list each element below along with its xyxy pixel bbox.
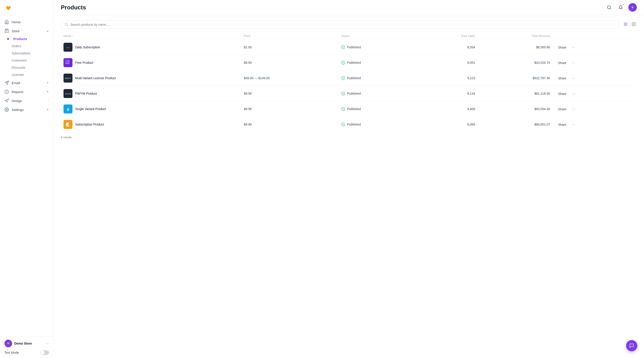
sidebar-item-orders[interactable]: Orders [12,43,54,50]
status-text-1: Published [347,46,361,49]
svg-point-8 [65,23,68,26]
list-view-button[interactable] [622,21,629,29]
cell-sales-1: 8,554 [416,40,478,55]
svg-text:PWYW: PWYW [65,93,71,95]
sidebar-item-subscriptions[interactable]: Subscriptions [12,50,54,57]
sidebar-item-store[interactable]: Store ▲ [0,27,54,35]
table-row: 📝 Subscription Product $9.99 Published 6… [61,117,637,132]
share-button-6[interactable]: Share [556,122,569,128]
more-button-5[interactable]: ··· [570,106,577,112]
product-thumb-3: MULTI [64,74,72,83]
cell-status-1: Published [338,40,416,55]
svg-text:📝: 📝 [66,122,70,127]
page-title: Products [61,4,86,11]
store-icon [4,29,9,33]
col-actions [553,33,637,40]
cell-sales-4: 6,134 [416,86,478,101]
search-icon [607,5,611,10]
svg-line-9 [67,25,68,26]
svg-rect-16 [634,24,636,26]
add-button[interactable]: + [628,3,637,12]
cell-status-2: Published [338,55,416,71]
search-button[interactable] [605,3,613,12]
cell-price-4: $9.99 [241,86,338,101]
demo-store-more-icon[interactable]: ··· [46,341,49,346]
cell-revenue-4: $61,118.05 [478,86,553,101]
more-button-3[interactable]: ··· [570,75,577,82]
share-button-5[interactable]: Share [556,106,569,112]
cell-actions-2: Share ··· [553,55,637,71]
sidebar-item-licenses[interactable]: Licenses [12,71,54,78]
sidebar-item-products[interactable]: Products [12,35,54,43]
published-icon [341,61,345,65]
share-button-1[interactable]: Share [556,44,569,51]
test-mode-row: Test Mode [4,350,49,355]
sidebar-item-discounts[interactable]: Discounts [12,64,54,71]
sidebar-item-design[interactable]: Design › [0,96,54,105]
table-row: MULTI Multi-Variant License Product $49.… [61,71,637,86]
cell-sales-5: 9,406 [416,101,478,117]
reports-chevron-icon: ▼ [46,90,49,93]
list-view-icon [624,22,628,27]
cell-price-3: $49.00 — $149.00 [241,71,338,86]
cell-actions-4: Share ··· [553,86,637,101]
status-text-6: Published [347,123,361,126]
grid-view-button[interactable] [630,21,637,29]
topbar: Products + [54,0,644,15]
svg-rect-14 [634,22,636,24]
svg-point-5 [6,109,8,110]
cell-price-5: $9.99 [241,101,338,117]
active-dot [7,38,9,40]
toggle-knob [41,351,44,354]
col-name: Name ↑ [61,33,241,40]
more-button-6[interactable]: ··· [570,121,577,128]
chat-bubble[interactable] [626,340,637,351]
sidebar-item-reports[interactable]: Reports ▼ [0,87,54,96]
more-button-4[interactable]: ··· [570,90,577,97]
svg-marker-4 [5,99,9,103]
cell-price-1: $1.00 [241,40,338,55]
sidebar-item-licenses-label: Licenses [12,73,24,77]
sidebar-item-email[interactable]: Email ▼ [0,78,54,87]
svg-text:d: d [67,107,69,112]
results-count: 6 results [61,136,637,139]
topbar-actions: + [605,3,637,12]
store-chevron-icon: ▲ [46,29,49,33]
svg-text:MULTI: MULTI [65,77,71,80]
cell-sales-2: 6,051 [416,55,478,71]
share-button-4[interactable]: Share [556,91,569,97]
table-row: d Single Variant Product $9.99 Published… [61,101,637,117]
cell-revenue-2: $43,520.74 [478,55,553,71]
share-button-3[interactable]: Share [556,75,569,82]
view-controls [622,21,637,29]
test-mode-toggle[interactable] [40,350,49,355]
col-total-sales: Total Sales [416,33,478,40]
status-text-4: Published [347,92,361,95]
settings-chevron-icon: ▼ [46,108,49,111]
col-price: Price [241,33,338,40]
search-input[interactable] [70,23,615,27]
search-bar-icon [64,23,68,27]
more-button-1[interactable]: ··· [570,44,577,51]
sidebar-item-settings[interactable]: Settings ▼ [0,105,54,114]
svg-rect-19 [64,59,69,63]
more-button-2[interactable]: ··· [570,60,577,66]
cell-status-5: Published [338,101,416,117]
sidebar-item-design-label: Design [12,99,22,103]
notifications-bell[interactable] [617,3,625,12]
svg-text:—: — [66,46,70,49]
search-bar[interactable] [61,20,619,29]
grid-view-icon [632,22,636,27]
share-button-2[interactable]: Share [556,60,569,66]
product-thumb-2 [64,58,72,67]
sidebar-item-customers-label: Customers [12,59,27,62]
notification-badge [622,4,624,6]
svg-rect-15 [632,24,634,26]
sidebar-item-customers[interactable]: Customers [12,57,54,64]
cell-actions-1: Share ··· [553,40,637,55]
table-header: Name ↑ Price Status Total Sales Total Re… [61,33,637,40]
col-total-revenue: Total Revenue [478,33,553,40]
sidebar-item-email-label: Email [12,81,20,85]
demo-store-row[interactable]: Demo Store ··· [4,340,49,347]
sidebar-item-home[interactable]: Home [0,18,54,27]
